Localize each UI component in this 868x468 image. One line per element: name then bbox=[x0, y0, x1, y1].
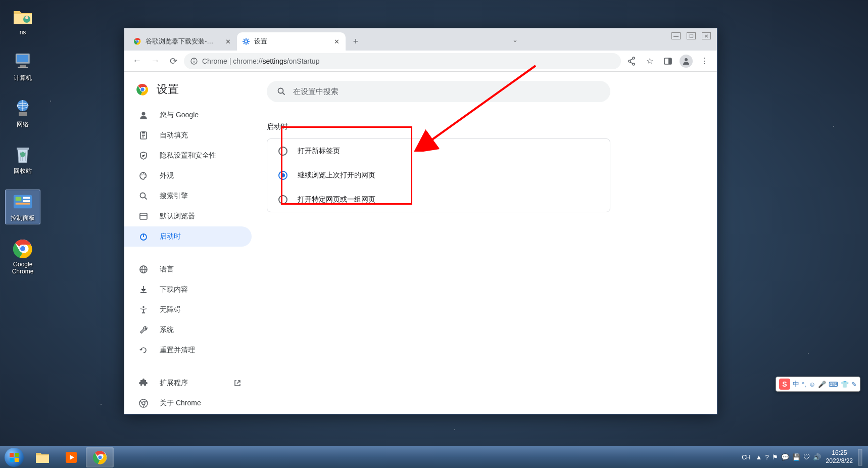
computer-icon bbox=[13, 52, 33, 72]
tab-1[interactable]: 谷歌浏览器下载安装-谷歌浏览器... ✕ bbox=[128, 32, 237, 51]
power-icon bbox=[138, 231, 149, 242]
back-button[interactable]: ← bbox=[129, 54, 144, 69]
shield-icon bbox=[138, 151, 149, 161]
menu-icon[interactable]: ⋮ bbox=[697, 54, 712, 69]
sidebar-item-defaultbrowser[interactable]: 默认浏览器 bbox=[124, 206, 252, 226]
ime-mic-icon[interactable]: 🎤 bbox=[818, 381, 826, 388]
sidebar-item-system[interactable]: 系统 bbox=[124, 320, 252, 340]
sidepanel-icon[interactable] bbox=[660, 54, 676, 69]
taskbar-explorer[interactable] bbox=[28, 447, 56, 467]
titlebar: 谷歌浏览器下载安装-谷歌浏览器... ✕ 设置 ✕ + ⌄ — ☐ ✕ bbox=[124, 28, 717, 51]
svg-point-31 bbox=[142, 112, 146, 116]
taskbar-mediaplayer[interactable] bbox=[57, 447, 85, 467]
sidebar-item-downloads[interactable]: 下载内容 bbox=[124, 279, 252, 300]
desktop-icon-ns[interactable]: ns bbox=[5, 5, 40, 37]
ime-tool-icon[interactable]: ✎ bbox=[851, 381, 857, 388]
startup-option-continue[interactable]: 继续浏览上次打开的网页 bbox=[267, 163, 610, 188]
desktop-icon-controlpanel[interactable]: 控制面板 bbox=[5, 190, 40, 224]
sidebar-item-startup[interactable]: 启动时 bbox=[124, 226, 252, 247]
new-tab-button[interactable]: + bbox=[348, 34, 363, 49]
ime-emoji-icon[interactable]: ☺ bbox=[809, 381, 815, 388]
search-icon bbox=[138, 191, 149, 201]
tray-chat-icon[interactable]: 💬 bbox=[781, 453, 789, 461]
radio-icon bbox=[278, 195, 287, 204]
tray-clock[interactable]: 16:25 2022/8/22 bbox=[826, 449, 853, 465]
sidebar-item-extensions[interactable]: 扩展程序 bbox=[124, 373, 252, 393]
palette-icon bbox=[138, 171, 149, 181]
sidebar-item-accessibility[interactable]: 无障碍 bbox=[124, 300, 252, 320]
sidebar-item-about[interactable]: 关于 Chrome bbox=[124, 393, 252, 413]
startup-option-specific[interactable]: 打开特定网页或一组网页 bbox=[267, 188, 610, 212]
tray-help-icon[interactable]: ? bbox=[765, 453, 768, 461]
svg-rect-13 bbox=[23, 200, 30, 202]
ime-punct-icon[interactable]: °, bbox=[802, 381, 806, 388]
bookmark-icon[interactable]: ☆ bbox=[642, 54, 657, 69]
sidebar-item-yougoogle[interactable]: 您与 Google bbox=[124, 105, 252, 125]
sidebar-item-language[interactable]: 语言 bbox=[124, 259, 252, 279]
settings-main: 在设置中搜索 启动时 打开新标签页 继续浏览上次打开的网页 打开特定网页或一组网… bbox=[261, 72, 717, 414]
download-icon bbox=[138, 285, 149, 295]
tab-2-close[interactable]: ✕ bbox=[332, 37, 341, 45]
svg-rect-11 bbox=[16, 197, 21, 201]
chrome-icon bbox=[13, 239, 33, 259]
tray-expand-icon[interactable]: ▲ bbox=[756, 453, 762, 461]
chrome-favicon bbox=[133, 37, 141, 45]
tab-1-label: 谷歌浏览器下载安装-谷歌浏览器... bbox=[146, 37, 220, 46]
sidebar-item-reset[interactable]: 重置并清理 bbox=[124, 340, 252, 360]
svg-point-45 bbox=[278, 88, 283, 93]
settings-search[interactable]: 在设置中搜索 bbox=[267, 81, 610, 102]
profile-button[interactable] bbox=[679, 54, 694, 69]
radio-icon bbox=[278, 171, 287, 180]
startup-section-title: 启动时 bbox=[267, 122, 687, 131]
desktop-icon-recyclebin[interactable]: 回收站 bbox=[5, 143, 40, 177]
svg-rect-4 bbox=[20, 65, 26, 67]
svg-rect-14 bbox=[16, 203, 30, 205]
tray-lang[interactable]: CH bbox=[742, 454, 750, 461]
globe-icon bbox=[138, 264, 149, 274]
ime-toolbar[interactable]: S 中 °, ☺ 🎤 ⌨ 👕 ✎ bbox=[776, 377, 860, 392]
forward-button[interactable]: → bbox=[148, 54, 163, 69]
tab-2[interactable]: 设置 ✕ bbox=[237, 32, 346, 51]
desktop-icon-computer[interactable]: 计算机 bbox=[5, 50, 40, 84]
svg-rect-3 bbox=[17, 55, 28, 62]
ime-keyboard-icon[interactable]: ⌨ bbox=[829, 381, 838, 388]
chrome-small-icon bbox=[138, 398, 149, 408]
svg-point-36 bbox=[144, 174, 146, 175]
omnibox[interactable]: Chrome | chrome://settings/onStartup bbox=[184, 53, 621, 69]
sidebar-item-autofill[interactable]: 自动填充 bbox=[124, 125, 252, 146]
recyclebin-icon bbox=[13, 145, 33, 165]
svg-rect-49 bbox=[10, 458, 14, 462]
svg-rect-47 bbox=[10, 453, 14, 457]
start-button[interactable] bbox=[0, 446, 28, 469]
svg-rect-50 bbox=[15, 458, 19, 462]
svg-point-1 bbox=[25, 16, 28, 19]
tab-1-close[interactable]: ✕ bbox=[224, 37, 232, 45]
tray-flag-icon[interactable]: ⚑ bbox=[772, 453, 778, 461]
window-close[interactable]: ✕ bbox=[702, 32, 711, 39]
tray-volume-icon[interactable]: 🔊 bbox=[813, 453, 821, 461]
ime-lang[interactable]: 中 bbox=[793, 380, 799, 389]
sidebar-item-appearance[interactable]: 外观 bbox=[124, 166, 252, 186]
svg-rect-5 bbox=[18, 67, 28, 68]
tray-shield-icon[interactable]: 🛡 bbox=[803, 453, 810, 461]
sidebar-item-privacy[interactable]: 隐私设置和安全性 bbox=[124, 146, 252, 166]
desktop-icon-chrome[interactable]: Google Chrome bbox=[5, 237, 40, 276]
share-icon[interactable] bbox=[624, 54, 639, 69]
svg-point-30 bbox=[140, 87, 144, 91]
ime-skin-icon[interactable]: 👕 bbox=[841, 381, 849, 388]
folder-icon bbox=[13, 7, 33, 27]
tab-dropdown[interactable]: ⌄ bbox=[512, 36, 518, 43]
show-desktop[interactable] bbox=[858, 448, 863, 466]
sogou-icon: S bbox=[779, 379, 790, 390]
window-minimize[interactable]: — bbox=[671, 32, 681, 39]
desktop-icon-network[interactable]: 网络 bbox=[5, 97, 40, 130]
reload-button[interactable]: ⟳ bbox=[166, 54, 181, 69]
window-maximize[interactable]: ☐ bbox=[687, 32, 696, 39]
startup-option-newtab[interactable]: 打开新标签页 bbox=[267, 139, 610, 163]
tray-disk-icon[interactable]: 💾 bbox=[792, 453, 800, 461]
taskbar-chrome[interactable] bbox=[86, 447, 114, 467]
sidebar-item-search[interactable]: 搜索引擎 bbox=[124, 186, 252, 206]
svg-point-24 bbox=[633, 63, 635, 65]
taskbar: CH ▲ ? ⚑ 💬 💾 🛡 🔊 16:25 2022/8/22 bbox=[0, 446, 868, 468]
svg-point-17 bbox=[20, 246, 26, 252]
